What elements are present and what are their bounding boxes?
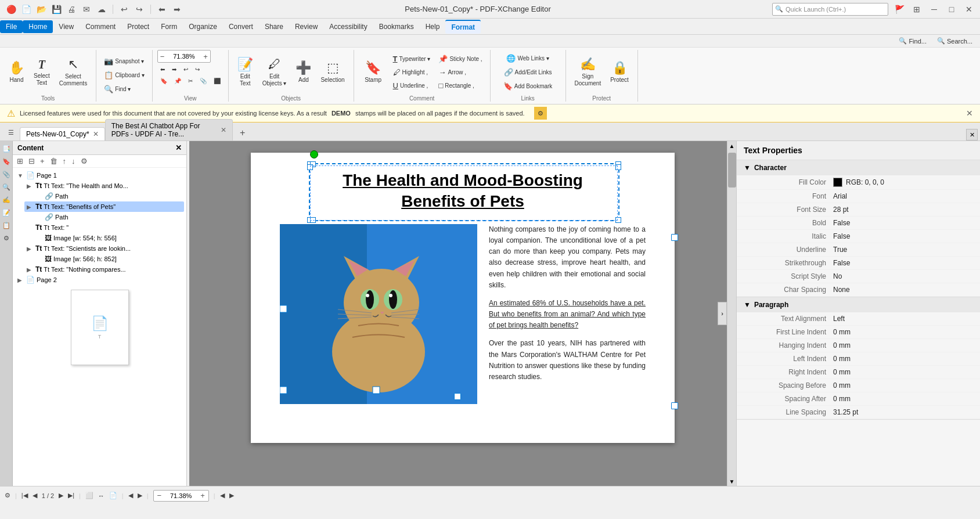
edit-text-btn[interactable]: 📝 Edit Text (233, 51, 257, 93)
menu-organize[interactable]: Organize (183, 20, 223, 33)
scroll-thumb[interactable] (728, 153, 736, 188)
page-container[interactable]: The Health and Mood-BoostingBenefits of … (251, 153, 675, 443)
first-page-btn[interactable]: |◀ (21, 492, 28, 499)
select-text-btn[interactable]: T Select Text (30, 51, 54, 93)
menu-view[interactable]: View (53, 20, 80, 33)
sidebar-icon-6[interactable]: 📝 (1, 207, 12, 218)
undo-btn[interactable]: ↩ (118, 3, 131, 16)
tree-expand-all-btn[interactable]: ⊞ (15, 156, 25, 166)
tree-add-btn[interactable]: + (38, 156, 46, 166)
find-ribbon-btn[interactable]: 🔍 Find... (896, 35, 929, 46)
zoom-control[interactable]: − + (157, 50, 211, 63)
right-handle[interactable] (671, 234, 678, 241)
back-btn[interactable]: ⬅ (156, 3, 168, 16)
tree-path-1[interactable]: 🔗 Path (34, 191, 184, 201)
fit-width-btn[interactable]: ↔ (98, 492, 105, 499)
menu-share[interactable]: Share (259, 20, 289, 33)
redo-btn[interactable]: ↪ (133, 3, 146, 16)
pin-btn[interactable]: 📌 (171, 76, 184, 86)
menu-bookmarks[interactable]: Bookmarks (373, 20, 420, 33)
right-handle-bot[interactable] (671, 402, 678, 409)
highlight-btn[interactable]: 🖊 Highlight , (390, 66, 434, 78)
add-edit-links-btn[interactable]: 🔗 Add/Edit Links (501, 66, 555, 78)
tree-text-4[interactable]: ▶ Tt Tt Text: "Scientists are lookin... (24, 243, 184, 254)
color-swatch[interactable] (833, 178, 842, 187)
tree-delete-btn[interactable]: 🗑 (48, 156, 59, 166)
sidebar-icon-5[interactable]: ✍ (1, 194, 12, 205)
menu-comment[interactable]: Comment (80, 20, 121, 33)
status-zoom-control[interactable]: − + (153, 490, 209, 502)
tree-text-5[interactable]: ▶ Tt Tt Text: "Nothing compares... (24, 264, 184, 275)
tree-settings-btn[interactable]: ⚙ (79, 156, 89, 166)
sidebar-icon-2[interactable]: 🔖 (1, 156, 12, 167)
menu-convert[interactable]: Convert (223, 20, 259, 33)
zoom-input-ribbon[interactable] (168, 53, 200, 60)
status-nav-right-end[interactable]: ▶ (229, 492, 234, 499)
arrow-btn[interactable]: → Arrow , (435, 66, 485, 78)
menu-review[interactable]: Review (289, 20, 323, 33)
bookmark-btn[interactable]: 🔖 (157, 76, 170, 86)
panel-toggle-btn[interactable]: ☰ (2, 124, 20, 140)
attach-btn[interactable]: 📎 (197, 76, 210, 86)
search-ribbon-btn[interactable]: 🔍 Search... (934, 35, 975, 46)
view-mode-btn[interactable]: 📄 (109, 492, 117, 499)
tree-page-2[interactable]: ▶ 📄 Page 2 (15, 275, 184, 285)
panel-collapse-arrow[interactable]: › (718, 302, 727, 325)
doc-tab-2[interactable]: The Best AI Chatbot App For PDFs - UPDF … (105, 119, 233, 140)
email-btn[interactable]: ✉ (80, 3, 93, 16)
doc-tab-1[interactable]: Pets-New-01_Copy* ✕ (20, 127, 105, 140)
save-btn[interactable]: 💾 (50, 3, 63, 16)
clipboard-btn[interactable]: 📋 Clipboard ▾ (101, 69, 147, 81)
hand-tool-btn[interactable]: ✋ Hand (5, 51, 28, 93)
prev-page-btn[interactable]: ◀ (33, 492, 37, 499)
menu-format[interactable]: Format (445, 20, 481, 34)
fit-page-btn[interactable]: ⬜ (85, 492, 93, 499)
sign-document-btn[interactable]: ✍ Sign Document (571, 51, 606, 93)
edit-objects-btn[interactable]: 🖊 Edit Objects ▾ (258, 51, 291, 93)
settings-status-btn[interactable]: ⚙ (5, 492, 10, 499)
scroll-down-btn[interactable]: ▼ (727, 477, 736, 486)
tree-path-2[interactable]: 🔗 Path (34, 212, 184, 222)
sidebar-icon-3[interactable]: 📎 (1, 169, 12, 179)
scroll-up-btn[interactable]: ▲ (727, 141, 736, 150)
sticky-note-btn[interactable]: 📌 Sticky Note , (435, 53, 485, 65)
forward-btn[interactable]: ➡ (171, 3, 183, 16)
nav-back-btn[interactable]: ⬅ (157, 64, 168, 74)
web-links-btn[interactable]: 🌐 Web Links ▾ (503, 52, 552, 64)
minimize-btn[interactable]: ─ (928, 3, 941, 16)
next-page-btn[interactable]: ▶ (59, 492, 63, 499)
protect-doc-btn[interactable]: 🔒 Protect (606, 51, 633, 93)
last-page-btn[interactable]: ▶| (68, 492, 74, 499)
menu-help[interactable]: Help (420, 20, 446, 33)
menu-accessibility[interactable]: Accessibility (323, 20, 373, 33)
zoom-out-ribbon-btn[interactable]: − (158, 52, 167, 61)
selection-btn[interactable]: ⬚ Selection (316, 51, 348, 93)
license-close-btn[interactable]: ✕ (966, 109, 973, 118)
tree-move-up-btn[interactable]: ↑ (61, 156, 69, 166)
select-comments-btn[interactable]: ↖ Select Comments (55, 51, 91, 93)
menu-form[interactable]: Form (155, 20, 183, 33)
close-panel-btn[interactable]: ✕ (966, 129, 978, 140)
scroll-left-btn[interactable]: ◀ (128, 492, 133, 499)
tree-text-1[interactable]: ▶ Tt Tt Text: "The Health and Mo... (24, 181, 184, 191)
doc-tab-2-close[interactable]: ✕ (221, 126, 226, 134)
menu-home[interactable]: Home (23, 20, 53, 33)
status-zoom-input[interactable] (165, 492, 197, 499)
close-btn[interactable]: ✕ (963, 3, 975, 16)
quick-launch-input[interactable]: 🔍 Quick Launch (Ctrl+.) (772, 3, 888, 16)
license-settings-btn[interactable]: ⚙ (534, 107, 547, 120)
nav-forward-btn[interactable]: ➡ (169, 64, 179, 74)
bottom-handle[interactable] (454, 393, 461, 400)
cut-btn[interactable]: ✂ (185, 76, 196, 86)
open-btn[interactable]: 📂 (35, 3, 48, 16)
rectangle-btn[interactable]: □ Rectangle , (435, 80, 485, 92)
character-section-header[interactable]: ▼ Character (737, 160, 980, 175)
square-btn[interactable]: ⬛ (211, 76, 224, 86)
page-thumbnail[interactable]: 📄 T (71, 290, 129, 365)
new-tab-btn[interactable]: + (235, 125, 250, 140)
tree-image-2[interactable]: 🖼 Image [w: 566; h: 852] (34, 254, 184, 264)
undo-ribbon-btn[interactable]: ↩ (181, 64, 191, 74)
tree-move-down-btn[interactable]: ↓ (70, 156, 77, 166)
status-zoom-in-btn[interactable]: + (198, 491, 207, 500)
status-zoom-out-btn[interactable]: − (155, 491, 164, 500)
